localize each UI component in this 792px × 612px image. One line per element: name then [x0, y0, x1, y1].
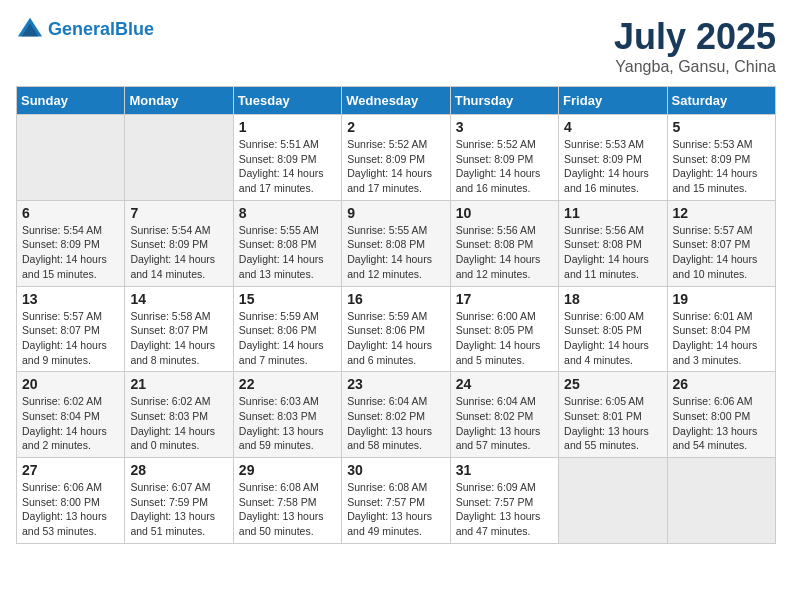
calendar-cell: 20Sunrise: 6:02 AMSunset: 8:04 PMDayligh…	[17, 372, 125, 458]
day-info: Sunrise: 6:02 AMSunset: 8:04 PMDaylight:…	[22, 394, 119, 453]
day-header-saturday: Saturday	[667, 87, 775, 115]
day-number: 6	[22, 205, 119, 221]
day-info: Sunrise: 6:00 AMSunset: 8:05 PMDaylight:…	[564, 309, 661, 368]
calendar-cell: 22Sunrise: 6:03 AMSunset: 8:03 PMDayligh…	[233, 372, 341, 458]
week-row-3: 13Sunrise: 5:57 AMSunset: 8:07 PMDayligh…	[17, 286, 776, 372]
day-info: Sunrise: 6:08 AMSunset: 7:58 PMDaylight:…	[239, 480, 336, 539]
day-number: 12	[673, 205, 770, 221]
week-row-5: 27Sunrise: 6:06 AMSunset: 8:00 PMDayligh…	[17, 458, 776, 544]
calendar-cell: 21Sunrise: 6:02 AMSunset: 8:03 PMDayligh…	[125, 372, 233, 458]
day-number: 1	[239, 119, 336, 135]
day-info: Sunrise: 6:04 AMSunset: 8:02 PMDaylight:…	[347, 394, 444, 453]
day-info: Sunrise: 5:54 AMSunset: 8:09 PMDaylight:…	[130, 223, 227, 282]
day-info: Sunrise: 6:08 AMSunset: 7:57 PMDaylight:…	[347, 480, 444, 539]
day-info: Sunrise: 5:53 AMSunset: 8:09 PMDaylight:…	[673, 137, 770, 196]
day-info: Sunrise: 5:56 AMSunset: 8:08 PMDaylight:…	[564, 223, 661, 282]
day-info: Sunrise: 5:52 AMSunset: 8:09 PMDaylight:…	[347, 137, 444, 196]
day-info: Sunrise: 6:06 AMSunset: 8:00 PMDaylight:…	[22, 480, 119, 539]
calendar-cell: 10Sunrise: 5:56 AMSunset: 8:08 PMDayligh…	[450, 200, 558, 286]
calendar-cell: 5Sunrise: 5:53 AMSunset: 8:09 PMDaylight…	[667, 115, 775, 201]
day-info: Sunrise: 5:58 AMSunset: 8:07 PMDaylight:…	[130, 309, 227, 368]
day-info: Sunrise: 5:59 AMSunset: 8:06 PMDaylight:…	[347, 309, 444, 368]
day-number: 29	[239, 462, 336, 478]
calendar-header: SundayMondayTuesdayWednesdayThursdayFrid…	[17, 87, 776, 115]
day-number: 30	[347, 462, 444, 478]
calendar-cell: 18Sunrise: 6:00 AMSunset: 8:05 PMDayligh…	[559, 286, 667, 372]
day-info: Sunrise: 6:06 AMSunset: 8:00 PMDaylight:…	[673, 394, 770, 453]
day-info: Sunrise: 5:55 AMSunset: 8:08 PMDaylight:…	[239, 223, 336, 282]
day-header-tuesday: Tuesday	[233, 87, 341, 115]
day-number: 7	[130, 205, 227, 221]
day-info: Sunrise: 6:07 AMSunset: 7:59 PMDaylight:…	[130, 480, 227, 539]
calendar-cell: 28Sunrise: 6:07 AMSunset: 7:59 PMDayligh…	[125, 458, 233, 544]
day-number: 2	[347, 119, 444, 135]
day-info: Sunrise: 6:04 AMSunset: 8:02 PMDaylight:…	[456, 394, 553, 453]
day-number: 9	[347, 205, 444, 221]
day-number: 26	[673, 376, 770, 392]
day-number: 27	[22, 462, 119, 478]
day-info: Sunrise: 5:54 AMSunset: 8:09 PMDaylight:…	[22, 223, 119, 282]
calendar-cell: 12Sunrise: 5:57 AMSunset: 8:07 PMDayligh…	[667, 200, 775, 286]
calendar-cell: 13Sunrise: 5:57 AMSunset: 8:07 PMDayligh…	[17, 286, 125, 372]
calendar-cell: 9Sunrise: 5:55 AMSunset: 8:08 PMDaylight…	[342, 200, 450, 286]
calendar-cell: 24Sunrise: 6:04 AMSunset: 8:02 PMDayligh…	[450, 372, 558, 458]
day-number: 3	[456, 119, 553, 135]
day-info: Sunrise: 5:51 AMSunset: 8:09 PMDaylight:…	[239, 137, 336, 196]
calendar-cell: 2Sunrise: 5:52 AMSunset: 8:09 PMDaylight…	[342, 115, 450, 201]
calendar-cell: 27Sunrise: 6:06 AMSunset: 8:00 PMDayligh…	[17, 458, 125, 544]
day-number: 17	[456, 291, 553, 307]
day-info: Sunrise: 6:01 AMSunset: 8:04 PMDaylight:…	[673, 309, 770, 368]
week-row-1: 1Sunrise: 5:51 AMSunset: 8:09 PMDaylight…	[17, 115, 776, 201]
day-number: 21	[130, 376, 227, 392]
calendar-body: 1Sunrise: 5:51 AMSunset: 8:09 PMDaylight…	[17, 115, 776, 544]
logo-icon	[16, 16, 44, 44]
day-info: Sunrise: 5:57 AMSunset: 8:07 PMDaylight:…	[673, 223, 770, 282]
calendar-cell: 15Sunrise: 5:59 AMSunset: 8:06 PMDayligh…	[233, 286, 341, 372]
day-info: Sunrise: 5:55 AMSunset: 8:08 PMDaylight:…	[347, 223, 444, 282]
calendar-cell: 17Sunrise: 6:00 AMSunset: 8:05 PMDayligh…	[450, 286, 558, 372]
day-number: 15	[239, 291, 336, 307]
day-info: Sunrise: 6:09 AMSunset: 7:57 PMDaylight:…	[456, 480, 553, 539]
day-header-monday: Monday	[125, 87, 233, 115]
day-number: 8	[239, 205, 336, 221]
day-info: Sunrise: 6:03 AMSunset: 8:03 PMDaylight:…	[239, 394, 336, 453]
day-number: 23	[347, 376, 444, 392]
day-number: 22	[239, 376, 336, 392]
day-header-friday: Friday	[559, 87, 667, 115]
subtitle: Yangba, Gansu, China	[614, 58, 776, 76]
day-info: Sunrise: 5:56 AMSunset: 8:08 PMDaylight:…	[456, 223, 553, 282]
calendar-cell: 26Sunrise: 6:06 AMSunset: 8:00 PMDayligh…	[667, 372, 775, 458]
day-number: 25	[564, 376, 661, 392]
calendar-cell	[125, 115, 233, 201]
calendar-cell: 3Sunrise: 5:52 AMSunset: 8:09 PMDaylight…	[450, 115, 558, 201]
calendar-cell: 6Sunrise: 5:54 AMSunset: 8:09 PMDaylight…	[17, 200, 125, 286]
calendar-cell: 1Sunrise: 5:51 AMSunset: 8:09 PMDaylight…	[233, 115, 341, 201]
day-number: 4	[564, 119, 661, 135]
day-header-thursday: Thursday	[450, 87, 558, 115]
day-number: 18	[564, 291, 661, 307]
day-number: 24	[456, 376, 553, 392]
day-header-wednesday: Wednesday	[342, 87, 450, 115]
week-row-4: 20Sunrise: 6:02 AMSunset: 8:04 PMDayligh…	[17, 372, 776, 458]
calendar-cell	[667, 458, 775, 544]
calendar-cell: 19Sunrise: 6:01 AMSunset: 8:04 PMDayligh…	[667, 286, 775, 372]
day-info: Sunrise: 6:02 AMSunset: 8:03 PMDaylight:…	[130, 394, 227, 453]
day-number: 10	[456, 205, 553, 221]
day-info: Sunrise: 5:53 AMSunset: 8:09 PMDaylight:…	[564, 137, 661, 196]
day-info: Sunrise: 6:00 AMSunset: 8:05 PMDaylight:…	[456, 309, 553, 368]
calendar: SundayMondayTuesdayWednesdayThursdayFrid…	[16, 86, 776, 544]
day-number: 19	[673, 291, 770, 307]
calendar-cell: 14Sunrise: 5:58 AMSunset: 8:07 PMDayligh…	[125, 286, 233, 372]
logo-text: GeneralBlue	[48, 20, 154, 40]
calendar-cell: 8Sunrise: 5:55 AMSunset: 8:08 PMDaylight…	[233, 200, 341, 286]
day-number: 11	[564, 205, 661, 221]
days-row: SundayMondayTuesdayWednesdayThursdayFrid…	[17, 87, 776, 115]
day-number: 20	[22, 376, 119, 392]
calendar-cell: 7Sunrise: 5:54 AMSunset: 8:09 PMDaylight…	[125, 200, 233, 286]
day-number: 28	[130, 462, 227, 478]
calendar-cell: 4Sunrise: 5:53 AMSunset: 8:09 PMDaylight…	[559, 115, 667, 201]
calendar-cell: 25Sunrise: 6:05 AMSunset: 8:01 PMDayligh…	[559, 372, 667, 458]
day-number: 14	[130, 291, 227, 307]
logo-line1: General	[48, 19, 115, 39]
day-number: 5	[673, 119, 770, 135]
